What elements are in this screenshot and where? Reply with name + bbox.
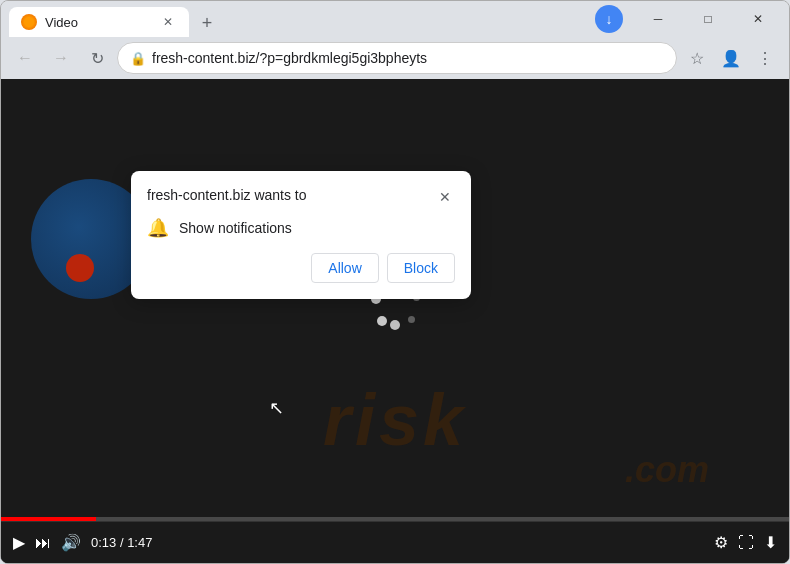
progress-bar-container[interactable] — [1, 517, 789, 521]
popup-notification-row: 🔔 Show notifications — [147, 217, 455, 239]
lock-icon: 🔒 — [130, 51, 146, 66]
forward-icon: → — [53, 49, 69, 67]
close-button[interactable]: ✕ — [735, 4, 781, 34]
right-controls: ⚙ ⛶ ⬇ — [714, 533, 777, 552]
browser-window: Video ✕ + ↓ ─ □ ✕ ← → ↻ 🔒 fresh-c — [0, 0, 790, 564]
watermark-risk: risk — [323, 379, 467, 461]
download-indicator: ↓ — [595, 5, 623, 33]
volume-button[interactable]: 🔊 — [61, 533, 81, 552]
menu-icon: ⋮ — [757, 49, 773, 68]
video-player: risk .com ↖ — [1, 79, 789, 563]
block-button[interactable]: Block — [387, 253, 455, 283]
forward-button[interactable]: → — [45, 42, 77, 74]
active-tab[interactable]: Video ✕ — [9, 7, 189, 37]
popup-close-button[interactable]: ✕ — [435, 187, 455, 207]
skip-button[interactable]: ⏭ — [35, 534, 51, 552]
video-controls: ▶ ⏭ 🔊 0:13 / 1:47 ⚙ ⛶ — [1, 521, 789, 563]
watermark-com: .com — [625, 449, 709, 491]
notification-popup: fresh-content.biz wants to ✕ 🔔 Show noti… — [131, 171, 471, 299]
play-button[interactable]: ▶ — [13, 533, 25, 552]
tab-area: Video ✕ + — [9, 1, 595, 37]
popup-title: fresh-content.biz wants to — [147, 187, 307, 203]
maximize-button[interactable]: □ — [685, 4, 731, 34]
title-bar: Video ✕ + ↓ ─ □ ✕ — [1, 1, 789, 37]
allow-button[interactable]: Allow — [311, 253, 378, 283]
download-icon: ↓ — [606, 11, 613, 27]
settings-icon: ⚙ — [714, 533, 728, 552]
video-main-area[interactable]: risk .com ↖ — [1, 79, 789, 521]
tab-title: Video — [45, 15, 151, 30]
progress-bar-fill — [1, 517, 96, 521]
address-bar[interactable]: 🔒 fresh-content.biz/?p=gbrdkmlegi5gi3bph… — [117, 42, 677, 74]
fullscreen-button[interactable]: ⛶ — [738, 534, 754, 552]
menu-button[interactable]: ⋮ — [749, 42, 781, 74]
play-icon: ▶ — [13, 533, 25, 552]
decorative-red-dot — [66, 254, 94, 282]
notification-text: Show notifications — [179, 220, 292, 236]
new-tab-button[interactable]: + — [193, 9, 221, 37]
back-icon: ← — [17, 49, 33, 67]
toolbar: ← → ↻ 🔒 fresh-content.biz/?p=gbrdkmlegi5… — [1, 37, 789, 79]
download-icon: ⬇ — [764, 533, 777, 552]
bookmark-icon: ☆ — [690, 49, 704, 68]
toolbar-actions: ☆ 👤 ⋮ — [681, 42, 781, 74]
tab-favicon — [21, 14, 37, 30]
window-controls: ─ □ ✕ — [635, 4, 781, 34]
mouse-cursor: ↖ — [269, 397, 284, 419]
skip-icon: ⏭ — [35, 534, 51, 552]
profile-icon: 👤 — [721, 49, 741, 68]
popup-actions: Allow Block — [147, 253, 455, 283]
volume-icon: 🔊 — [61, 533, 81, 552]
profile-button[interactable]: 👤 — [715, 42, 747, 74]
minimize-button[interactable]: ─ — [635, 4, 681, 34]
tab-close-button[interactable]: ✕ — [159, 13, 177, 31]
bell-icon: 🔔 — [147, 217, 169, 239]
reload-icon: ↻ — [91, 49, 104, 68]
address-text: fresh-content.biz/?p=gbrdkmlegi5gi3bphey… — [152, 50, 664, 66]
content-area: risk .com ↖ — [1, 79, 789, 563]
time-display: 0:13 / 1:47 — [91, 535, 152, 550]
reload-button[interactable]: ↻ — [81, 42, 113, 74]
bookmark-button[interactable]: ☆ — [681, 42, 713, 74]
back-button[interactable]: ← — [9, 42, 41, 74]
fullscreen-icon: ⛶ — [738, 534, 754, 552]
download-button[interactable]: ⬇ — [764, 533, 777, 552]
popup-header: fresh-content.biz wants to ✕ — [147, 187, 455, 207]
settings-button[interactable]: ⚙ — [714, 533, 728, 552]
